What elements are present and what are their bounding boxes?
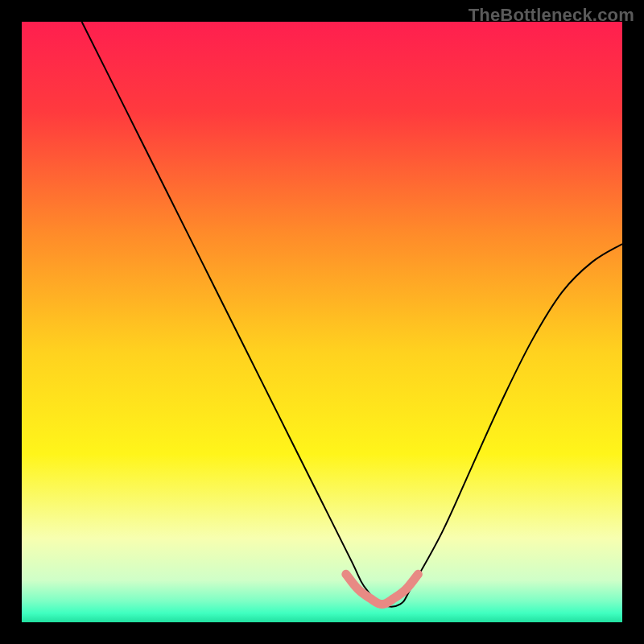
optimal-range-highlight	[22, 22, 622, 622]
watermark-text: TheBottleneck.com	[469, 5, 634, 26]
plot-area	[22, 22, 622, 622]
chart-frame: TheBottleneck.com	[0, 0, 644, 644]
